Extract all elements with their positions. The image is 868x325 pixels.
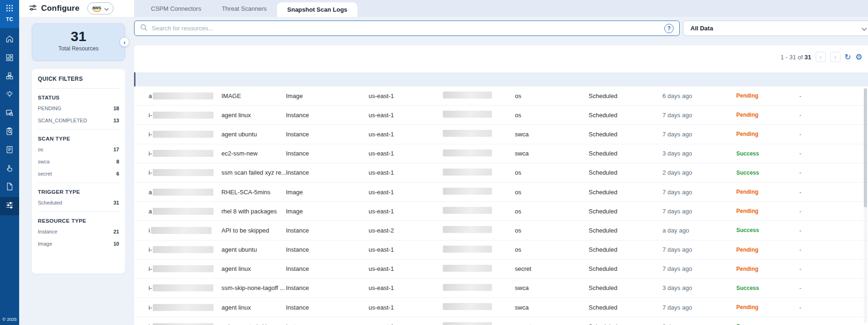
scan-time-cell: 7 days ago bbox=[662, 304, 736, 311]
status-message-cell: - bbox=[799, 265, 868, 272]
filter-group-title: SCAN TYPE bbox=[38, 136, 119, 141]
sidebar-item-insights[interactable] bbox=[0, 86, 19, 105]
sidebar-item-assets[interactable] bbox=[0, 68, 19, 86]
filter-item[interactable]: Image 10 bbox=[38, 238, 119, 250]
table-row[interactable]: i- ec2-ssm-new Instance us-east-1 swca S… bbox=[134, 144, 868, 163]
scrollbar-thumb[interactable] bbox=[864, 88, 867, 207]
table-row[interactable]: i API to be skipped Instance us-east-2 o… bbox=[134, 221, 868, 240]
resource-name-cell: ssm-skip-none-tagoff ... bbox=[221, 284, 286, 291]
table-row[interactable]: i- agent ubuntu Instance us-east-1 os Sc… bbox=[134, 240, 868, 260]
clipboard-search-icon bbox=[5, 127, 14, 138]
scan-type-cell: os bbox=[515, 246, 589, 253]
sidebar-item-compliance-scan[interactable] bbox=[0, 123, 19, 142]
previous-page-button[interactable]: ‹ bbox=[816, 52, 826, 62]
sidebar-item-home[interactable] bbox=[0, 31, 19, 49]
sidebar-item-documents[interactable] bbox=[0, 178, 19, 197]
table-row[interactable]: i- only secrets ( skip-sc... Instance us… bbox=[134, 317, 868, 325]
table-row[interactable]: i- agent linux Instance us-east-1 os Sch… bbox=[134, 106, 868, 125]
status-message-cell: - bbox=[799, 131, 868, 138]
resource-type-cell: Instance bbox=[286, 112, 369, 119]
filter-item[interactable]: os 17 bbox=[38, 143, 119, 155]
redacted-resource-id bbox=[153, 92, 213, 99]
resource-id-cell: i- bbox=[149, 265, 221, 272]
resource-id-cell: i- bbox=[149, 284, 221, 291]
file-icon bbox=[5, 182, 14, 193]
filter-group-title: RESOURCE TYPE bbox=[38, 218, 119, 224]
resource-id-cell: a bbox=[149, 92, 221, 99]
home-icon bbox=[5, 35, 14, 45]
tab-cspm-connectors[interactable]: CSPM Connectors bbox=[141, 0, 212, 17]
table-scrollbar[interactable] bbox=[864, 88, 867, 323]
status-badge: Success bbox=[736, 227, 799, 233]
scan-time-cell: 6 days ago bbox=[662, 92, 736, 99]
filter-label: swca bbox=[38, 159, 50, 164]
resource-id-cell: a bbox=[149, 189, 221, 196]
data-scope-dropdown[interactable]: All Data bbox=[683, 21, 868, 36]
resource-name-cell: ec2-ssm-new bbox=[221, 150, 286, 157]
table-settings-gear-icon[interactable]: ⚙ bbox=[855, 53, 862, 61]
resource-type-cell: Instance bbox=[286, 265, 369, 272]
account-id-cell bbox=[443, 111, 515, 119]
sidebar-item-dashboard[interactable] bbox=[0, 49, 19, 68]
hand-click-icon bbox=[5, 164, 14, 175]
status-message-cell: - bbox=[799, 112, 868, 119]
table-row[interactable]: i- agent linux Instance us-east-1 secret… bbox=[134, 260, 868, 279]
redacted-resource-id bbox=[153, 304, 213, 311]
region-cell: us-east-1 bbox=[369, 323, 443, 325]
content: 31 Total Resources ‹ QUICK FILTERS STATU… bbox=[19, 17, 868, 325]
sidebar-item-actions[interactable] bbox=[0, 160, 19, 179]
sidebar-item-scan-settings[interactable] bbox=[0, 197, 19, 216]
filter-group-title: STATUS bbox=[38, 95, 119, 100]
provider-dropdown[interactable]: aws bbox=[87, 2, 114, 14]
account-id-cell bbox=[443, 303, 515, 311]
resource-type-cell: Instance bbox=[286, 227, 369, 234]
status-badge: Success bbox=[736, 323, 799, 325]
scan-time-cell: 2 days ago bbox=[662, 323, 736, 325]
trigger-type-cell: Scheduled bbox=[589, 227, 662, 234]
filter-item[interactable]: SCAN_COMPLETED 13 bbox=[38, 114, 119, 127]
resource-type-cell: Image bbox=[286, 92, 369, 99]
search-input[interactable] bbox=[152, 25, 660, 32]
table-row[interactable]: i- ssm scan failed xyz re... Instance us… bbox=[134, 163, 868, 183]
table-row[interactable]: a IMAGE Image us-east-1 os Scheduled 6 d… bbox=[134, 86, 868, 106]
sidebar-item-asset-search[interactable] bbox=[0, 105, 19, 123]
filter-item[interactable]: Scheduled 31 bbox=[38, 197, 119, 209]
redacted-resource-id bbox=[153, 150, 213, 157]
filter-label: Instance bbox=[38, 229, 57, 234]
account-id-cell bbox=[443, 246, 515, 254]
tab-snapshot-scan-logs[interactable]: Snapshot Scan Logs bbox=[277, 2, 358, 17]
refresh-icon[interactable]: ↻ bbox=[845, 53, 851, 61]
scan-time-cell: 7 days ago bbox=[662, 265, 736, 272]
table-row[interactable]: a RHEL-SCA-5mins Image us-east-1 os Sche… bbox=[134, 183, 868, 202]
table-row[interactable]: i- ssm-skip-none-tagoff ... Instance us-… bbox=[134, 279, 868, 298]
filter-item[interactable]: secret 6 bbox=[38, 168, 119, 180]
sidebar-item-reports[interactable] bbox=[0, 141, 19, 160]
redacted-resource-id bbox=[153, 284, 213, 291]
table-row[interactable]: i- agent linux Instance us-east-1 swca S… bbox=[134, 298, 868, 317]
collapse-panel-button[interactable]: ‹ bbox=[120, 37, 129, 47]
tab-threat-scanners[interactable]: Threat Scanners bbox=[212, 0, 277, 17]
table-row[interactable]: i- agent ubuntu Instance us-east-1 swca … bbox=[134, 125, 868, 144]
redacted-account-id bbox=[443, 284, 492, 291]
results-column: ? All Data 1 - 31 of 31 ‹ › ↻ ⚙ bbox=[134, 17, 868, 325]
apps-grid-icon[interactable] bbox=[6, 4, 14, 14]
next-page-button[interactable]: › bbox=[830, 52, 840, 62]
topbar-left: Configure aws bbox=[19, 0, 134, 17]
laptop-search-icon bbox=[5, 108, 14, 119]
filter-label: PENDING bbox=[38, 106, 61, 111]
workspace-badge[interactable]: TC bbox=[6, 16, 13, 22]
resource-id-prefix: i bbox=[149, 227, 150, 234]
redacted-resource-id bbox=[153, 265, 213, 272]
pagination-total: 31 bbox=[804, 54, 811, 61]
filter-item[interactable]: swca 8 bbox=[38, 155, 119, 168]
filter-item[interactable]: PENDING 18 bbox=[38, 102, 119, 114]
status-badge: Success bbox=[736, 170, 799, 176]
filter-item[interactable]: Instance 21 bbox=[38, 226, 119, 238]
status-message-cell: - bbox=[799, 246, 868, 253]
help-icon[interactable]: ? bbox=[664, 24, 674, 33]
scan-type-cell: os bbox=[515, 208, 589, 215]
status-badge: Pending bbox=[736, 247, 799, 253]
table-row[interactable]: a rhel 8 with packages Image us-east-1 o… bbox=[134, 202, 868, 221]
quick-filters-title: QUICK FILTERS bbox=[38, 76, 119, 89]
cubes-icon bbox=[5, 71, 14, 82]
